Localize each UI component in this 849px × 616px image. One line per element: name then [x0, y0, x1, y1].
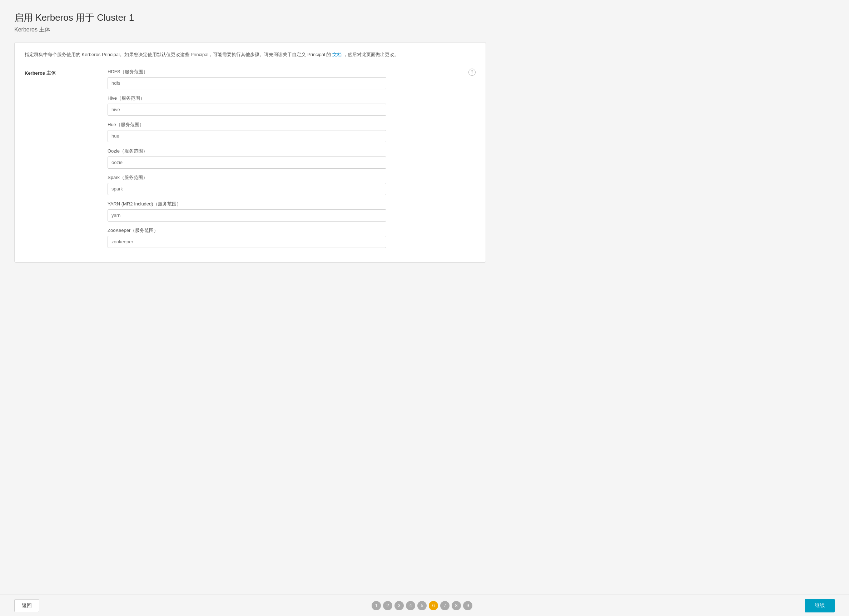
field-group-yarn-input: YARN (MR2 Included)（服务范围） [107, 201, 475, 222]
form-label-col: Kerberos 主体 [25, 68, 96, 254]
field-label-spark-input: Spark（服务范围） [107, 174, 475, 181]
fields-container: HDFS（服务范围）Hive（服务范围）Hue（服务范围）Oozie（服务范围）… [107, 68, 475, 248]
field-label-hdfs-input: HDFS（服务范围） [107, 68, 475, 75]
page-num-6[interactable]: 6 [429, 601, 438, 610]
page-subtitle: Kerberos 主体 [14, 26, 486, 34]
hue-input[interactable] [107, 130, 386, 142]
form-section: Kerberos 主体 ? HDFS（服务范围）Hive（服务范围）Hue（服务… [25, 68, 475, 254]
main-card: 指定群集中每个服务使用的 Kerberos Principal。如果您决定使用默… [14, 42, 486, 263]
page-num-9[interactable]: 9 [463, 601, 472, 610]
page-num-8[interactable]: 8 [452, 601, 461, 610]
field-group-oozie-input: Oozie（服务范围） [107, 148, 475, 169]
page-num-1[interactable]: 1 [372, 601, 381, 610]
section-label: Kerberos 主体 [25, 70, 56, 76]
info-text: 指定群集中每个服务使用的 Kerberos Principal。如果您决定使用默… [25, 51, 475, 59]
page-num-7[interactable]: 7 [440, 601, 450, 610]
field-group-zookeeper-input: ZooKeeper（服务范围） [107, 227, 475, 248]
field-group-hue-input: Hue（服务范围） [107, 122, 475, 142]
page-num-2[interactable]: 2 [383, 601, 392, 610]
form-fields-col: ? HDFS（服务范围）Hive（服务范围）Hue（服务范围）Oozie（服务范… [107, 68, 475, 254]
zookeeper-input[interactable] [107, 236, 386, 248]
field-label-hue-input: Hue（服务范围） [107, 122, 475, 128]
field-label-hive-input: Hive（服务范围） [107, 95, 475, 101]
spark-input[interactable] [107, 183, 386, 195]
back-button[interactable]: 返回 [14, 599, 39, 612]
field-label-oozie-input: Oozie（服务范围） [107, 148, 475, 154]
help-icon[interactable]: ? [468, 68, 475, 76]
bottom-bar: 返回 123456789 继续 [0, 595, 849, 616]
info-text-before: 指定群集中每个服务使用的 Kerberos Principal。如果您决定使用默… [25, 52, 331, 57]
field-group-spark-input: Spark（服务范围） [107, 174, 475, 195]
docs-link[interactable]: 文档 [332, 52, 342, 57]
page-num-4[interactable]: 4 [406, 601, 415, 610]
field-group-hive-input: Hive（服务范围） [107, 95, 475, 116]
page-num-5[interactable]: 5 [417, 601, 427, 610]
info-text-after: ，然后对此页面做出更改。 [343, 52, 399, 57]
field-label-yarn-input: YARN (MR2 Included)（服务范围） [107, 201, 475, 207]
continue-button[interactable]: 继续 [805, 599, 835, 612]
page-title: 启用 Kerberos 用于 Cluster 1 [14, 12, 486, 24]
hive-input[interactable] [107, 104, 386, 116]
pagination: 123456789 [372, 601, 472, 610]
yarn-input[interactable] [107, 209, 386, 222]
field-group-hdfs-input: HDFS（服务范围） [107, 68, 475, 89]
hdfs-input[interactable] [107, 77, 386, 89]
oozie-input[interactable] [107, 156, 386, 169]
field-label-zookeeper-input: ZooKeeper（服务范围） [107, 227, 475, 234]
page-num-3[interactable]: 3 [395, 601, 404, 610]
page-container: 启用 Kerberos 用于 Cluster 1 Kerberos 主体 指定群… [0, 0, 500, 305]
